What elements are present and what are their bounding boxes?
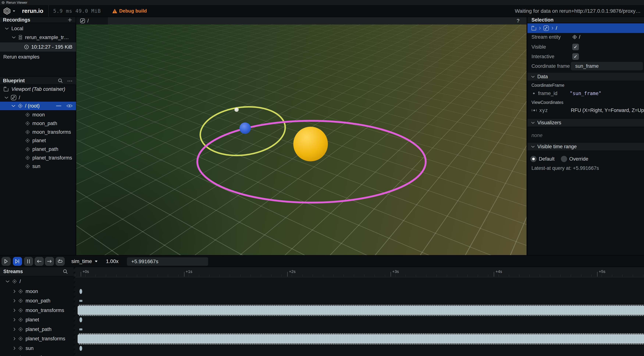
streams-item-moon[interactable]: moon xyxy=(0,287,74,295)
blueprint-item-planet-transforms[interactable]: planet_transforms xyxy=(0,154,76,162)
ruler-major-tick xyxy=(390,272,391,277)
blueprint-item-moon[interactable]: moon xyxy=(0,111,76,119)
recordings-group-local[interactable]: Local xyxy=(0,25,76,33)
streams-item-moon-transforms[interactable]: moon_transforms xyxy=(0,306,74,314)
visible-row: Visible ✓ xyxy=(532,43,640,51)
default-radio[interactable] xyxy=(530,156,536,162)
timeline-selector[interactable]: sim_time xyxy=(71,257,98,266)
ruler-minor-tick xyxy=(643,275,643,277)
timeline-event-dash xyxy=(79,300,82,302)
timeline-event-dot xyxy=(80,317,82,322)
chevron-right-icon xyxy=(13,299,16,303)
window-title: Rerun Viewer xyxy=(6,1,28,5)
ruler-minor-tick xyxy=(230,275,230,277)
coordinate-frame-field[interactable]: sun_frame xyxy=(571,62,643,70)
view-tab-label: / xyxy=(87,18,89,24)
interactive-row: Interactive ✓ xyxy=(532,53,640,61)
timeline-canvas[interactable] xyxy=(74,277,644,356)
item-label: moon_path xyxy=(32,121,57,126)
viewport-tab-bar: / ? xyxy=(76,17,526,25)
blueprint-root-item-selected[interactable]: / (root) xyxy=(0,102,76,110)
current-time-field[interactable]: +5.991667s xyxy=(127,257,208,266)
blueprint-item-planet-path[interactable]: planet_path xyxy=(0,145,76,153)
selection-breadcrumb[interactable]: / xyxy=(528,23,644,33)
ruler-minor-tick xyxy=(344,275,344,277)
blueprint-item-moon-path[interactable]: moon_path xyxy=(0,119,76,127)
streams-item-planet[interactable]: planet xyxy=(0,316,74,324)
playback-speed[interactable]: 1.00x xyxy=(106,257,118,266)
step-forward-button[interactable] xyxy=(45,257,54,266)
ruler-tick-label: +2s xyxy=(289,269,296,274)
ruler-minor-tick xyxy=(302,275,302,277)
moon-sphere xyxy=(234,108,239,112)
chevron-down-icon xyxy=(4,96,8,99)
play-button[interactable] xyxy=(2,257,11,266)
visualizers-section-header[interactable]: Visualizers xyxy=(528,118,644,127)
blueprint-view-item[interactable]: / xyxy=(0,94,76,101)
streams-root-item[interactable]: / xyxy=(0,278,74,285)
section-title: Data xyxy=(537,74,548,80)
ruler-major-tick xyxy=(184,272,184,277)
streams-item-planet-path[interactable]: planet_path xyxy=(0,325,74,333)
default-radio-label[interactable]: Default xyxy=(539,156,555,162)
override-radio[interactable] xyxy=(561,156,567,162)
dataset-label: rerun_example_tr… xyxy=(25,35,69,40)
rerun-examples-section[interactable]: Rerun examples xyxy=(0,53,76,61)
recordings-dataset-item[interactable]: rerun_example_tr… xyxy=(0,33,76,42)
timeline-event-dot xyxy=(80,289,82,294)
streams-item-moon-path[interactable]: moon_path xyxy=(0,297,74,305)
override-radio-label[interactable]: Override xyxy=(569,156,588,162)
blueprint-item-planet[interactable]: planet xyxy=(0,137,76,144)
pause-button[interactable] xyxy=(24,257,33,266)
entity-icon xyxy=(12,279,17,284)
data-section-header[interactable]: Data xyxy=(528,72,644,81)
rerun-logo-icon[interactable] xyxy=(3,7,11,15)
visibility-eye-icon[interactable] xyxy=(66,104,73,108)
viewport-label: Viewport (Tab container) xyxy=(12,86,65,92)
chevron-down-icon xyxy=(12,36,16,39)
ruler-minor-tick xyxy=(85,275,86,277)
streams-item-sun[interactable]: sun xyxy=(0,344,74,352)
search-icon[interactable] xyxy=(58,78,63,83)
help-button[interactable]: ? xyxy=(515,18,521,24)
blueprint-viewport-item[interactable]: Viewport (Tab container) xyxy=(0,85,76,93)
recording-item-selected[interactable]: 10:12:27 - 195 KiB xyxy=(0,42,76,52)
frame-id-row[interactable]: frame_id "sun_frame" xyxy=(532,89,601,97)
follow-button[interactable] xyxy=(13,257,22,266)
interactive-checkbox[interactable]: ✓ xyxy=(572,53,579,60)
view-tab-active[interactable]: / xyxy=(76,17,108,25)
timeline-name: sim_time xyxy=(71,258,92,264)
timeline-event-dot xyxy=(80,346,82,351)
timeline-ruler[interactable]: +0s+1s+2s+3s+4s+5s xyxy=(74,267,644,277)
row-label: Interactive xyxy=(532,54,554,60)
xyz-row[interactable]: xyz RFU (X=Right, Y=Forward, Z=Up) xyxy=(532,106,644,114)
streams-item-planet-transforms[interactable]: planet_transforms xyxy=(0,335,74,342)
blueprint-item-sun[interactable]: sun xyxy=(0,162,76,170)
blueprint-item-moon-transforms[interactable]: moon_transforms xyxy=(0,128,76,136)
ruler-minor-tick xyxy=(622,275,622,277)
spatial-3d-scene[interactable] xyxy=(76,25,526,255)
more-options-icon[interactable]: ⋯ xyxy=(67,78,73,84)
archetype-name: CoordinateFrame xyxy=(532,82,564,89)
left-panel: Recordings Local rerun_example_tr… xyxy=(0,17,76,255)
step-back-button[interactable] xyxy=(34,257,44,266)
logo-dropdown-caret-icon[interactable] xyxy=(12,10,16,12)
ruler-minor-tick xyxy=(199,275,199,277)
timeline-area[interactable]: +0s+1s+2s+3s+4s+5s xyxy=(74,267,644,356)
visible-checkbox[interactable]: ✓ xyxy=(572,44,579,50)
debug-build-badge: Debug build xyxy=(112,8,147,14)
ruler-minor-tick xyxy=(550,275,550,277)
add-recording-button[interactable] xyxy=(67,17,73,23)
breadcrumb-chevron-icon xyxy=(539,27,541,30)
search-icon[interactable] xyxy=(62,269,68,274)
stream-entity-value[interactable]: / xyxy=(579,34,580,40)
streams-item-properties-partial[interactable]: ⚙ properties xyxy=(0,353,74,356)
time-range-section-header[interactable]: Visible time range xyxy=(528,142,644,151)
item-label: planet_path xyxy=(32,146,58,152)
remove-icon[interactable] xyxy=(56,105,62,107)
coordinate-frame-value: sun_frame xyxy=(575,63,599,69)
ruler-tick-label: +0s xyxy=(82,269,89,274)
loop-button[interactable] xyxy=(56,257,65,266)
ruler-minor-tick xyxy=(374,275,375,277)
help-label: ? xyxy=(516,18,519,24)
